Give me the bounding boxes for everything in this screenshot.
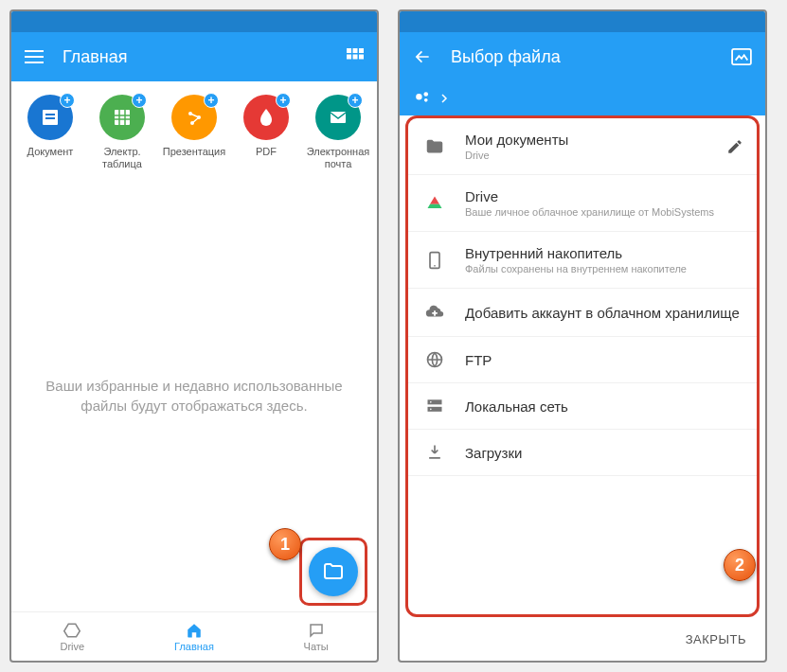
- svg-rect-0: [347, 48, 351, 53]
- create-row: + Документ + Электр. таблица + Презентац…: [11, 81, 377, 180]
- close-button[interactable]: ЗАКРЫТЬ: [400, 617, 765, 661]
- location-drive[interactable]: Drive Ваше личное облачное хранилище от …: [408, 175, 757, 232]
- svg-rect-13: [331, 112, 346, 123]
- location-title: Добавить аккаунт в облачном хранилище: [465, 305, 743, 321]
- create-label: PDF: [256, 146, 277, 158]
- svg-rect-14: [732, 49, 751, 64]
- svg-rect-1: [353, 48, 358, 53]
- nav-chats[interactable]: Чаты: [255, 612, 377, 661]
- location-add-cloud[interactable]: Добавить аккаунт в облачном хранилище: [408, 289, 757, 337]
- chevron-right-icon: [439, 94, 449, 103]
- create-label: Электронная почта: [303, 146, 373, 170]
- create-document[interactable]: + Документ: [15, 95, 85, 170]
- nav-label: Чаты: [304, 641, 329, 652]
- nav-drive[interactable]: Drive: [11, 612, 134, 661]
- location-title: FTP: [465, 352, 743, 368]
- plus-icon: +: [204, 93, 219, 108]
- callout-badge-2: 2: [724, 549, 756, 581]
- create-label: Электр. таблица: [87, 146, 157, 170]
- svg-point-17: [424, 98, 428, 102]
- svg-point-16: [423, 92, 428, 97]
- create-label: Документ: [27, 146, 74, 158]
- location-title: Загрузки: [465, 445, 743, 461]
- page-title: Выбор файла: [451, 47, 731, 67]
- create-pdf[interactable]: + PDF: [231, 95, 301, 170]
- svg-rect-4: [353, 55, 358, 60]
- chat-icon: [308, 622, 325, 639]
- create-presentation[interactable]: + Презентация: [159, 95, 229, 170]
- menu-icon[interactable]: [25, 50, 44, 63]
- view-toggle-icon[interactable]: [347, 48, 364, 65]
- app-bar: Главная: [11, 32, 377, 81]
- svg-rect-9: [115, 110, 130, 125]
- empty-placeholder: Ваши избранные и недавно использованные …: [30, 376, 358, 416]
- svg-point-24: [430, 409, 432, 411]
- fab-highlight: [299, 538, 367, 606]
- svg-rect-8: [45, 117, 55, 119]
- create-email[interactable]: + Электронная почта: [303, 95, 373, 170]
- app-bar: Выбор файла: [400, 32, 765, 81]
- plus-icon: +: [348, 93, 363, 108]
- create-spreadsheet[interactable]: + Электр. таблица: [87, 95, 157, 170]
- close-label: ЗАКРЫТЬ: [686, 632, 746, 646]
- svg-rect-22: [428, 407, 442, 412]
- open-file-fab[interactable]: [309, 547, 358, 596]
- location-title: Локальная сеть: [465, 398, 743, 415]
- svg-rect-21: [428, 399, 442, 404]
- nav-label: Главная: [174, 641, 214, 652]
- back-icon[interactable]: [413, 47, 432, 66]
- status-bar: [11, 11, 377, 32]
- svg-point-23: [430, 401, 432, 403]
- breadcrumb-root-icon[interactable]: [413, 88, 434, 109]
- location-ftp[interactable]: FTP: [408, 337, 757, 383]
- globe-icon: [421, 350, 448, 369]
- plus-icon: +: [132, 93, 147, 108]
- nav-label: Drive: [61, 641, 85, 652]
- svg-point-19: [434, 265, 436, 267]
- phone-icon: [421, 251, 448, 270]
- location-title: Внутренний накопитель: [465, 245, 743, 261]
- drive-icon: [63, 622, 80, 639]
- cloud-add-icon: [421, 302, 448, 323]
- home-icon: [186, 622, 203, 639]
- svg-point-15: [416, 94, 421, 99]
- download-icon: [421, 443, 448, 462]
- breadcrumb: [400, 81, 765, 115]
- location-internal-storage[interactable]: Внутренний накопитель Файлы сохранены на…: [408, 232, 757, 289]
- svg-rect-3: [347, 55, 351, 60]
- plus-icon: +: [60, 93, 75, 108]
- location-sub: Ваше личное облачное хранилище от MobiSy…: [465, 206, 743, 218]
- edit-icon[interactable]: [726, 138, 743, 155]
- bottom-nav: Drive Главная Чаты: [11, 611, 377, 661]
- app-icon[interactable]: [731, 48, 752, 65]
- svg-rect-7: [45, 114, 55, 115]
- location-sub: Drive: [465, 150, 726, 161]
- page-title: Главная: [63, 47, 347, 67]
- server-icon: [421, 397, 448, 416]
- location-lan[interactable]: Локальная сеть: [408, 383, 757, 430]
- location-sub: Файлы сохранены на внутреннем накопителе: [465, 263, 743, 274]
- location-title: Мои документы: [465, 132, 726, 148]
- plus-icon: +: [276, 93, 291, 108]
- callout-badge-1: 1: [269, 528, 301, 560]
- nav-home[interactable]: Главная: [134, 612, 256, 661]
- location-downloads[interactable]: Загрузки: [408, 430, 757, 476]
- status-bar: [400, 11, 765, 32]
- location-list: Мои документы Drive Drive Ваше личное об…: [405, 115, 760, 617]
- svg-rect-5: [359, 55, 364, 60]
- left-screen: Главная + Документ + Электр. таблица + П…: [9, 9, 379, 663]
- folder-icon: [421, 136, 448, 157]
- location-my-documents[interactable]: Мои документы Drive: [408, 118, 757, 175]
- location-title: Drive: [465, 188, 743, 204]
- svg-rect-2: [359, 48, 364, 53]
- create-label: Презентация: [163, 146, 225, 158]
- drive-cloud-icon: [421, 194, 448, 213]
- right-screen: Выбор файла Мои документы Drive Drive: [398, 9, 767, 663]
